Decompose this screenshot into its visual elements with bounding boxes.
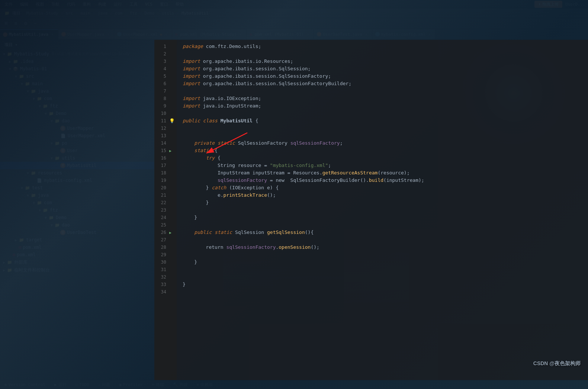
code-line-34 xyxy=(183,288,582,296)
code-line-22: } xyxy=(183,199,582,206)
code-line-17: String resource = "mybatis-config.xml"; xyxy=(183,162,582,169)
code-line-26: public static SqlSession getSqlSession()… xyxy=(183,229,582,236)
code-lines[interactable]: package com.ftz.Demo.utils; import org.a… xyxy=(177,40,588,380)
code-line-11: public class MybatisUtil { xyxy=(183,117,582,125)
code-line-7 xyxy=(183,87,582,95)
run-icon-static[interactable]: ▶ xyxy=(169,149,171,153)
code-line-21: e.printStackTrace(); xyxy=(183,192,582,199)
code-line-27 xyxy=(183,236,582,244)
code-line-1: package com.ftz.Demo.utils; xyxy=(183,43,582,50)
code-line-28: return sqlSessionFactory.openSession(); xyxy=(183,244,582,251)
code-line-15: static { xyxy=(183,147,582,154)
code-line-9: import java.io.InputStream; xyxy=(183,102,582,110)
code-line-29 xyxy=(183,251,582,258)
code-line-31 xyxy=(183,266,582,273)
code-line-8: import java.io.IOException; xyxy=(183,95,582,102)
code-line-33: } xyxy=(183,281,582,288)
code-line-19: sqlSessionFactory = new SqlSessionFactor… xyxy=(183,177,582,184)
app-container: 文件 编辑 视图 导航 代码 重构 构建 运行 工具 VCS 窗口 帮助 ⬆ 拖… xyxy=(0,0,588,389)
code-line-5: import org.apache.ibatis.session.SqlSess… xyxy=(183,73,582,80)
code-line-30: } xyxy=(183,258,582,266)
code-line-12 xyxy=(183,125,582,132)
code-line-3: import org.apache.ibatis.io.Resources; xyxy=(183,58,582,65)
code-line-13 xyxy=(183,132,582,139)
code-line-16: try { xyxy=(183,154,582,162)
run-icon-method[interactable]: ▶ xyxy=(169,231,171,235)
code-line-14: private static SqlSessionFactory sqlSess… xyxy=(183,139,582,147)
line-numbers: 12345 678910 1112131415 1617181920 21222… xyxy=(154,40,169,380)
code-line-25 xyxy=(183,221,582,229)
code-line-24: } xyxy=(183,214,582,221)
code-line-18: InputStream inputStream = Resources.getR… xyxy=(183,169,582,177)
code-line-2 xyxy=(183,50,582,58)
code-gutter: 💡 ▶ ▶ xyxy=(169,40,177,380)
code-line-6: import org.apache.ibatis.session.SqlSess… xyxy=(183,80,582,87)
code-line-23 xyxy=(183,206,582,214)
code-line-10 xyxy=(183,110,582,117)
code-line-32 xyxy=(183,273,582,281)
code-content: 12345 678910 1112131415 1617181920 21222… xyxy=(154,40,588,380)
code-line-20: } catch (IOException e) { xyxy=(183,184,582,192)
watermark: CSDN @夜色架构师 xyxy=(533,360,581,367)
code-editor[interactable]: 12345 678910 1112131415 1617181920 21222… xyxy=(154,40,588,380)
bulb-icon: 💡 xyxy=(169,118,175,123)
code-line-4: import org.apache.ibatis.session.SqlSess… xyxy=(183,65,582,73)
